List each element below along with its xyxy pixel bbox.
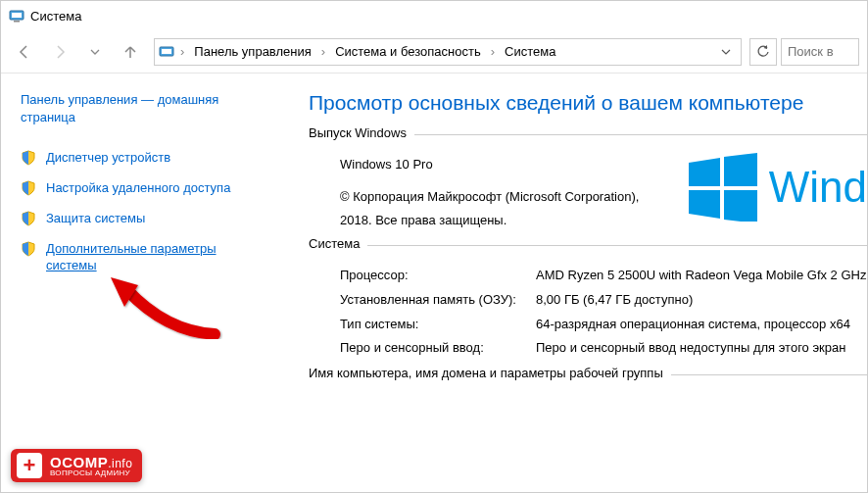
sidebar-item-label: Защита системы <box>46 211 145 227</box>
svg-marker-6 <box>724 153 757 186</box>
row-system-type: Тип системы: 64-разрядная операционная с… <box>340 313 867 337</box>
value: 8,00 ГБ (6,47 ГБ доступно) <box>536 288 867 313</box>
page-title: Просмотр основных сведений о вашем компь… <box>309 91 867 115</box>
badge-subtitle: ВОПРОСЫ АДМИНУ <box>50 468 132 477</box>
chevron-right-icon[interactable]: › <box>317 44 329 59</box>
navbar: › Панель управления › Система и безопасн… <box>1 30 867 74</box>
sidebar-item-device-manager[interactable]: Диспетчер устройств <box>21 150 265 167</box>
sidebar-item-advanced-settings[interactable]: Дополнительные параметры системы <box>21 241 265 274</box>
windows-logo: Wind <box>689 153 867 222</box>
chevron-right-icon[interactable]: › <box>176 44 188 59</box>
system-icon <box>9 8 24 24</box>
label: Процессор: <box>340 264 536 288</box>
search-input[interactable] <box>781 38 859 66</box>
control-panel-home-link[interactable]: Панель управления — домашняя страница <box>21 91 265 126</box>
titlebar: Система <box>1 1 867 30</box>
sidebar-item-label: Дополнительные параметры системы <box>46 241 265 274</box>
value: Перо и сенсорный ввод недоступны для это… <box>536 336 867 361</box>
copyright-text: © Корпорация Майкрософт (Microsoft Corpo… <box>340 185 669 231</box>
shield-icon <box>21 150 36 166</box>
svg-marker-7 <box>689 190 720 219</box>
svg-marker-8 <box>724 190 757 222</box>
forward-button[interactable] <box>44 38 75 66</box>
group-legend: Имя компьютера, имя домена и параметры р… <box>309 366 671 380</box>
sidebar-item-label: Диспетчер устройств <box>46 150 170 167</box>
label: Тип системы: <box>340 313 536 337</box>
sidebar: Панель управления — домашняя страница Ди… <box>1 74 285 492</box>
row-ram: Установленная память (ОЗУ): 8,00 ГБ (6,4… <box>340 288 867 313</box>
system-icon <box>159 44 174 60</box>
refresh-button[interactable] <box>749 38 777 66</box>
group-windows-edition: Выпуск Windows Windows 10 Pro © Корпорац… <box>309 134 867 241</box>
group-computer-name: Имя компьютера, имя домена и параметры р… <box>309 374 867 383</box>
label: Перо и сенсорный ввод: <box>340 336 536 361</box>
crumb-system[interactable]: Система <box>501 44 559 59</box>
up-button[interactable] <box>115 38 146 66</box>
value: 64-разрядная операционная система, проце… <box>536 313 867 337</box>
row-pen-touch: Перо и сенсорный ввод: Перо и сенсорный … <box>340 336 867 361</box>
sidebar-item-remote-settings[interactable]: Настройка удаленного доступа <box>21 180 265 197</box>
address-dropdown[interactable] <box>715 47 737 57</box>
row-processor: Процессор: AMD Ryzen 5 2500U with Radeon… <box>340 264 867 288</box>
group-legend: Система <box>309 236 367 251</box>
crumb-control-panel[interactable]: Панель управления <box>190 44 314 59</box>
sidebar-item-label: Настройка удаленного доступа <box>46 180 230 197</box>
watermark-badge: + OCOMP.info ВОПРОСЫ АДМИНУ <box>11 449 142 482</box>
windows-logo-icon <box>689 153 757 222</box>
label: Установленная память (ОЗУ): <box>340 288 536 313</box>
chevron-right-icon[interactable]: › <box>487 44 499 59</box>
windows-brand-text: Wind <box>769 163 867 212</box>
back-button[interactable] <box>9 38 40 66</box>
svg-marker-5 <box>689 158 720 186</box>
crumb-security[interactable]: Система и безопасность <box>331 44 485 59</box>
svg-rect-4 <box>162 49 171 54</box>
plus-icon: + <box>17 453 42 478</box>
shield-icon <box>21 241 36 257</box>
group-system: Система Процессор: AMD Ryzen 5 2500U wit… <box>309 245 867 370</box>
svg-rect-2 <box>14 21 20 23</box>
group-legend: Выпуск Windows <box>309 125 414 140</box>
svg-rect-1 <box>12 13 22 18</box>
main-panel: Просмотр основных сведений о вашем компь… <box>285 74 867 492</box>
shield-icon <box>21 180 36 196</box>
shield-icon <box>21 211 36 226</box>
value: AMD Ryzen 5 2500U with Radeon Vega Mobil… <box>536 264 867 288</box>
recent-button[interactable] <box>79 38 111 66</box>
content: Панель управления — домашняя страница Ди… <box>1 74 867 492</box>
breadcrumb[interactable]: › Панель управления › Система и безопасн… <box>154 38 742 66</box>
window-title: Система <box>30 9 81 24</box>
edition-name: Windows 10 Pro <box>340 153 669 175</box>
sidebar-item-system-protection[interactable]: Защита системы <box>21 211 265 227</box>
